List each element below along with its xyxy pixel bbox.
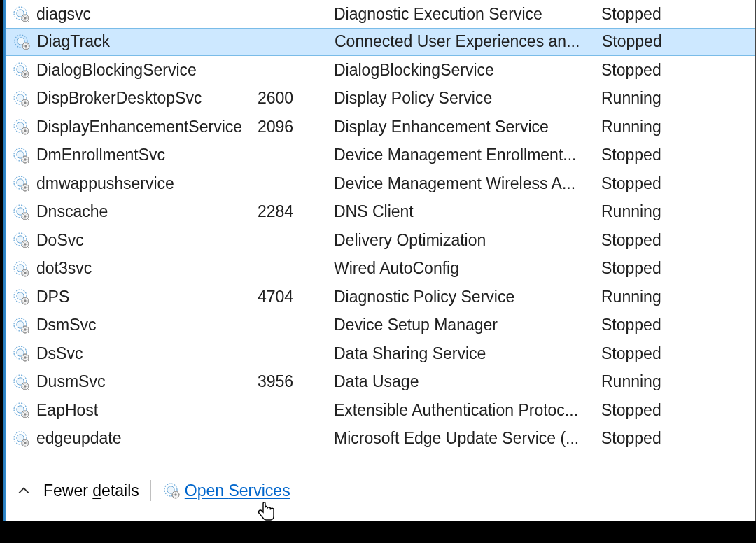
service-status: Stopped	[601, 401, 755, 420]
service-status: Stopped	[601, 61, 755, 80]
service-icon	[162, 481, 181, 500]
svg-point-31	[24, 215, 26, 217]
service-icon	[6, 5, 36, 23]
service-row[interactable]: DoSvcDelivery OptimizationStopped	[6, 226, 755, 255]
service-description: Data Sharing Service	[334, 344, 601, 363]
fewer-details-label-pre: Fewer	[43, 481, 92, 500]
chevron-up-icon[interactable]	[15, 482, 32, 499]
service-name: DmEnrollmentSvc	[36, 146, 253, 164]
service-status: Running	[601, 89, 755, 108]
open-services-link[interactable]: Open Services	[162, 481, 290, 500]
service-row[interactable]: DsSvcData Sharing ServiceStopped	[6, 339, 755, 368]
service-icon	[6, 174, 36, 192]
service-name: diagsvc	[36, 5, 253, 24]
service-icon	[6, 288, 36, 306]
svg-point-27	[24, 187, 26, 189]
service-icon	[6, 118, 36, 136]
service-row[interactable]: DusmSvc3956Data UsageRunning	[6, 368, 755, 397]
service-description: Delivery Optimization	[334, 231, 601, 250]
service-status: Stopped	[601, 5, 755, 24]
svg-point-47	[24, 328, 26, 330]
service-status: Stopped	[601, 259, 755, 278]
svg-point-7	[24, 45, 27, 47]
svg-point-23	[24, 158, 26, 160]
service-description: Device Management Wireless A...	[334, 174, 601, 193]
service-name: dmwappushservice	[36, 174, 253, 193]
service-description: DialogBlockingService	[334, 61, 601, 80]
service-row[interactable]: dmwappushserviceDevice Management Wirele…	[6, 169, 755, 198]
service-status: Stopped	[601, 429, 755, 448]
service-name: DoSvc	[36, 231, 253, 250]
service-name: edgeupdate	[36, 429, 253, 448]
service-description: Extensible Authentication Protoc...	[334, 401, 601, 420]
service-name: EapHost	[36, 401, 253, 420]
service-description: Microsoft Edge Update Service (...	[334, 429, 601, 448]
svg-point-59	[24, 414, 26, 416]
open-services-label-post: ervices	[239, 481, 290, 500]
service-icon	[6, 231, 36, 249]
service-row[interactable]: DsmSvcDevice Setup ManagerStopped	[6, 311, 755, 340]
svg-point-3	[24, 17, 26, 20]
service-icon	[6, 373, 36, 391]
services-list[interactable]: diagsvcDiagnostic Execution ServiceStopp…	[6, 0, 755, 460]
service-row[interactable]: edgeupdateMicrosoft Edge Update Service …	[6, 425, 755, 453]
service-status: Stopped	[602, 32, 755, 51]
service-status: Stopped	[601, 316, 755, 334]
fewer-details-label-post: etails	[102, 481, 139, 500]
service-status: Stopped	[601, 174, 755, 193]
service-icon	[6, 344, 36, 362]
service-name: DsSvc	[36, 344, 253, 363]
service-icon	[6, 401, 36, 419]
service-status: Stopped	[601, 146, 755, 164]
svg-point-51	[24, 357, 26, 359]
task-manager-services-panel: diagsvcDiagnostic Execution ServiceStopp…	[6, 0, 756, 521]
service-description: Connected User Experiences an...	[335, 32, 602, 51]
service-description: Display Policy Service	[334, 89, 601, 108]
service-name: DsmSvc	[36, 316, 253, 334]
service-name: DispBrokerDesktopSvc	[36, 89, 253, 108]
svg-point-11	[24, 73, 26, 76]
service-name: DPS	[36, 288, 253, 306]
svg-point-15	[24, 101, 26, 104]
service-status: Running	[601, 372, 755, 391]
footer-bar: Fewer details Open Services	[6, 460, 755, 521]
service-description: Device Management Enrollment...	[334, 146, 601, 164]
service-status: Running	[601, 202, 755, 221]
service-row[interactable]: DiagTrackConnected User Experiences an..…	[6, 28, 755, 57]
service-description: Data Usage	[334, 372, 601, 391]
service-row[interactable]: DialogBlockingServiceDialogBlockingServi…	[6, 56, 755, 85]
service-status: Running	[601, 288, 755, 306]
service-description: DNS Client	[334, 202, 601, 221]
svg-point-19	[24, 130, 26, 132]
open-services-label-pre: Open	[185, 481, 229, 500]
service-row[interactable]: dot3svcWired AutoConfigStopped	[6, 255, 755, 283]
service-icon	[6, 316, 36, 334]
service-row[interactable]: DPS4704Diagnostic Policy ServiceRunning	[6, 283, 755, 311]
service-name: DusmSvc	[36, 372, 253, 391]
service-row[interactable]: diagsvcDiagnostic Execution ServiceStopp…	[6, 0, 755, 29]
separator	[150, 480, 151, 501]
svg-point-43	[24, 300, 26, 302]
service-name: DialogBlockingService	[36, 61, 253, 80]
service-row[interactable]: EapHostExtensible Authentication Protoc.…	[6, 396, 755, 425]
service-status: Stopped	[601, 231, 755, 250]
service-status: Stopped	[601, 344, 755, 363]
service-icon	[6, 90, 36, 108]
svg-point-67	[174, 493, 176, 495]
svg-point-39	[24, 272, 26, 274]
service-row[interactable]: DisplayEnhancementService2096Display Enh…	[6, 113, 755, 141]
service-row[interactable]: DmEnrollmentSvcDevice Management Enrollm…	[6, 141, 755, 170]
fewer-details-label-accesskey: d	[92, 481, 102, 500]
open-services-label-accesskey: S	[228, 481, 239, 500]
service-description: Diagnostic Policy Service	[334, 288, 601, 306]
service-icon	[6, 61, 36, 79]
service-icon	[6, 146, 36, 164]
fewer-details-button[interactable]: Fewer details	[43, 481, 139, 500]
service-description: Diagnostic Execution Service	[334, 5, 601, 24]
svg-point-35	[24, 244, 26, 246]
service-description: Device Setup Manager	[334, 316, 601, 334]
service-row[interactable]: DispBrokerDesktopSvc2600Display Policy S…	[6, 85, 755, 113]
service-row[interactable]: Dnscache2284DNS ClientRunning	[6, 198, 755, 227]
service-icon	[6, 430, 36, 448]
svg-point-63	[24, 442, 26, 444]
